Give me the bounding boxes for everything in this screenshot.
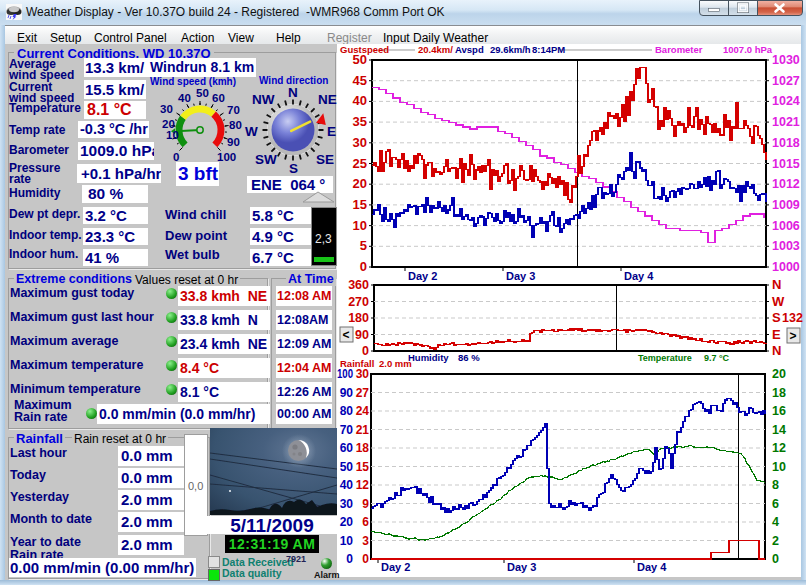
svg-text:60: 60 [340,441,354,455]
svg-text:30: 30 [353,135,367,150]
svg-text:1027: 1027 [772,74,800,88]
svg-text:Humidity: Humidity [408,352,449,363]
svg-text:0: 0 [360,259,367,274]
svg-text:50: 50 [353,52,367,67]
svg-text:30: 30 [356,367,370,381]
svg-text:180: 180 [348,311,369,325]
svg-text:50: 50 [340,460,354,474]
svg-text:<: < [342,328,349,342]
svg-text:0: 0 [772,552,779,566]
svg-text:30: 30 [340,497,354,511]
svg-text:Day 4: Day 4 [624,270,654,282]
svg-text:12: 12 [356,478,370,492]
svg-text:5: 5 [360,238,367,253]
svg-text:6: 6 [772,497,779,511]
svg-text:W: W [772,294,785,309]
svg-text:10: 10 [353,218,367,233]
svg-text:1006: 1006 [772,219,800,233]
svg-text:20.4km/: 20.4km/ [418,44,453,55]
svg-text:Day 3: Day 3 [506,270,535,282]
svg-text:1015: 1015 [772,157,800,171]
svg-text:8:14PM: 8:14PM [532,44,565,55]
svg-text:2.0 mm: 2.0 mm [379,358,412,369]
svg-text:40: 40 [353,93,367,108]
svg-text:12: 12 [772,441,786,455]
svg-text:Barometer: Barometer [655,44,703,55]
svg-text:1024: 1024 [772,94,800,108]
svg-text:0: 0 [362,552,369,566]
svg-text:15: 15 [356,460,370,474]
svg-text:1018: 1018 [772,136,800,150]
svg-text:1030: 1030 [772,53,800,67]
svg-text:29.6km/h: 29.6km/h [490,44,531,55]
svg-text:40: 40 [340,478,354,492]
svg-text:100: 100 [337,367,353,381]
svg-text:1007.0 hPa: 1007.0 hPa [723,44,773,55]
svg-text:1012: 1012 [772,177,800,191]
svg-text:1003: 1003 [772,239,800,253]
svg-text:24: 24 [356,404,370,418]
svg-text:4: 4 [772,515,779,529]
svg-text:10: 10 [340,534,354,548]
svg-text:25: 25 [353,156,367,171]
svg-text:N: N [772,343,781,358]
svg-text:Temperature: Temperature [638,353,692,363]
svg-text:3: 3 [362,534,369,548]
svg-text:8: 8 [772,478,779,492]
svg-text:70: 70 [340,423,354,437]
svg-text:16: 16 [772,404,786,418]
svg-text:1000: 1000 [772,260,800,274]
svg-text:18: 18 [772,386,786,400]
svg-text:S: S [772,310,781,325]
svg-text:20: 20 [340,515,354,529]
svg-text:18: 18 [356,441,370,455]
svg-text:N: N [772,277,781,292]
svg-text:1021: 1021 [772,115,800,129]
svg-text:Day 4: Day 4 [637,561,667,573]
svg-text:Day 3: Day 3 [507,561,536,573]
svg-text:27: 27 [356,386,370,400]
svg-text:0: 0 [346,552,353,566]
svg-text:>: > [789,329,796,343]
svg-text:6: 6 [362,515,369,529]
svg-text:E: E [772,327,781,342]
svg-text:270: 270 [348,295,369,309]
svg-text:0: 0 [362,344,369,358]
svg-text:Day 2: Day 2 [381,561,410,573]
svg-text:9: 9 [362,497,369,511]
svg-text:20: 20 [353,176,367,191]
svg-text:90: 90 [355,328,369,342]
svg-text:86 %: 86 % [458,352,480,363]
svg-text:14: 14 [772,423,786,437]
svg-text:Day 2: Day 2 [408,270,437,282]
svg-text:Avspd: Avspd [455,44,484,55]
svg-text:132: 132 [782,311,803,325]
svg-text:80: 80 [340,404,354,418]
svg-text:20: 20 [772,367,786,381]
svg-text:15: 15 [353,197,367,212]
svg-text:21: 21 [356,423,370,437]
svg-text:9.7 °C: 9.7 °C [704,353,730,363]
svg-text:2: 2 [772,534,779,548]
svg-text:10: 10 [772,460,786,474]
svg-text:90: 90 [340,386,354,400]
svg-text:35: 35 [353,114,367,129]
svg-text:1009: 1009 [772,198,800,212]
svg-text:360: 360 [348,278,369,292]
svg-text:45: 45 [353,73,367,88]
